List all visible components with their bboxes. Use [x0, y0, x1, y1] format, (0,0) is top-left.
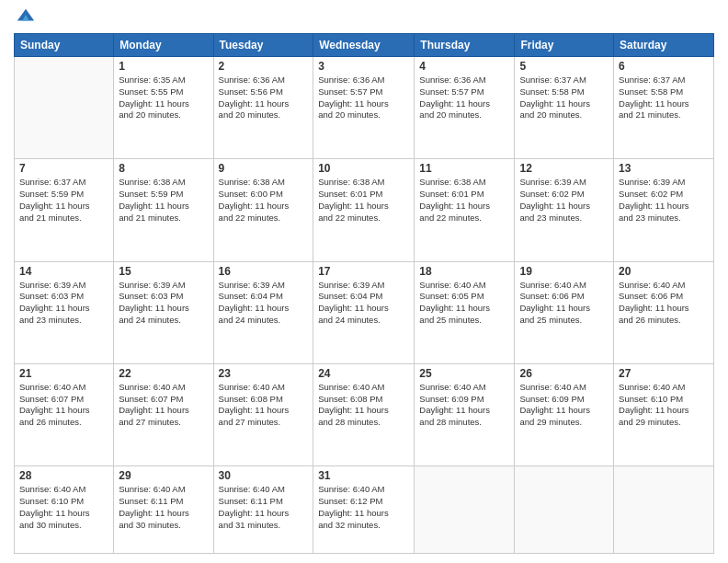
day-number: 1: [119, 60, 208, 73]
day-info: Sunrise: 6:39 AM Sunset: 6:02 PM Dayligh…: [619, 177, 709, 224]
weekday-header-monday: Monday: [114, 34, 213, 57]
calendar-cell: 3Sunrise: 6:36 AM Sunset: 5:57 PM Daylig…: [313, 57, 415, 159]
calendar-cell: 8Sunrise: 6:38 AM Sunset: 5:59 PM Daylig…: [114, 159, 213, 261]
calendar-cell: 16Sunrise: 6:39 AM Sunset: 6:04 PM Dayli…: [213, 261, 313, 363]
day-info: Sunrise: 6:39 AM Sunset: 6:04 PM Dayligh…: [219, 280, 309, 327]
calendar-cell: 9Sunrise: 6:38 AM Sunset: 6:00 PM Daylig…: [213, 159, 313, 261]
weekday-header-row: SundayMondayTuesdayWednesdayThursdayFrid…: [15, 34, 714, 57]
day-number: 10: [318, 162, 409, 175]
day-number: 12: [519, 162, 609, 175]
calendar-week-1: 1Sunrise: 6:35 AM Sunset: 5:55 PM Daylig…: [15, 57, 714, 159]
weekday-header-wednesday: Wednesday: [313, 34, 415, 57]
calendar-week-2: 7Sunrise: 6:37 AM Sunset: 5:59 PM Daylig…: [15, 159, 714, 261]
day-number: 29: [119, 469, 208, 482]
day-info: Sunrise: 6:39 AM Sunset: 6:02 PM Dayligh…: [519, 177, 609, 224]
logo: [14, 9, 36, 26]
calendar-cell: 15Sunrise: 6:39 AM Sunset: 6:03 PM Dayli…: [114, 261, 213, 363]
logo-icon: [16, 6, 36, 26]
day-info: Sunrise: 6:40 AM Sunset: 6:11 PM Dayligh…: [219, 484, 309, 531]
day-number: 30: [219, 469, 309, 482]
calendar-table: SundayMondayTuesdayWednesdayThursdayFrid…: [14, 33, 714, 554]
calendar-week-4: 21Sunrise: 6:40 AM Sunset: 6:07 PM Dayli…: [15, 363, 714, 465]
day-info: Sunrise: 6:40 AM Sunset: 6:07 PM Dayligh…: [119, 382, 208, 429]
day-number: 6: [619, 60, 709, 73]
day-info: Sunrise: 6:36 AM Sunset: 5:57 PM Dayligh…: [419, 75, 509, 121]
day-info: Sunrise: 6:40 AM Sunset: 6:06 PM Dayligh…: [519, 280, 609, 327]
day-info: Sunrise: 6:40 AM Sunset: 6:08 PM Dayligh…: [219, 382, 309, 429]
calendar-cell: [515, 466, 614, 554]
day-number: 8: [119, 162, 208, 175]
day-info: Sunrise: 6:40 AM Sunset: 6:09 PM Dayligh…: [419, 382, 509, 429]
day-info: Sunrise: 6:37 AM Sunset: 5:58 PM Dayligh…: [519, 75, 609, 121]
calendar-week-5: 28Sunrise: 6:40 AM Sunset: 6:10 PM Dayli…: [15, 466, 714, 554]
calendar-cell: 27Sunrise: 6:40 AM Sunset: 6:10 PM Dayli…: [614, 363, 714, 465]
day-number: 7: [19, 162, 108, 175]
day-number: 31: [318, 469, 409, 482]
day-info: Sunrise: 6:40 AM Sunset: 6:08 PM Dayligh…: [318, 382, 409, 429]
day-info: Sunrise: 6:36 AM Sunset: 5:56 PM Dayligh…: [219, 75, 309, 121]
day-info: Sunrise: 6:40 AM Sunset: 6:05 PM Dayligh…: [419, 280, 509, 327]
calendar-cell: 17Sunrise: 6:39 AM Sunset: 6:04 PM Dayli…: [313, 261, 415, 363]
calendar-cell: [614, 466, 714, 554]
day-info: Sunrise: 6:38 AM Sunset: 6:00 PM Dayligh…: [219, 177, 309, 224]
calendar-cell: 2Sunrise: 6:36 AM Sunset: 5:56 PM Daylig…: [213, 57, 313, 159]
day-number: 5: [519, 60, 609, 73]
calendar-cell: 28Sunrise: 6:40 AM Sunset: 6:10 PM Dayli…: [15, 466, 114, 554]
day-number: 2: [219, 60, 309, 73]
day-info: Sunrise: 6:37 AM Sunset: 5:58 PM Dayligh…: [619, 75, 709, 121]
day-number: 26: [519, 367, 609, 380]
weekday-header-thursday: Thursday: [415, 34, 515, 57]
calendar-cell: 20Sunrise: 6:40 AM Sunset: 6:06 PM Dayli…: [614, 261, 714, 363]
calendar-cell: 14Sunrise: 6:39 AM Sunset: 6:03 PM Dayli…: [15, 261, 114, 363]
day-info: Sunrise: 6:40 AM Sunset: 6:10 PM Dayligh…: [619, 382, 709, 429]
day-info: Sunrise: 6:40 AM Sunset: 6:09 PM Dayligh…: [519, 382, 609, 429]
calendar-cell: 18Sunrise: 6:40 AM Sunset: 6:05 PM Dayli…: [415, 261, 515, 363]
calendar-cell: 29Sunrise: 6:40 AM Sunset: 6:11 PM Dayli…: [114, 466, 213, 554]
weekday-header-sunday: Sunday: [15, 34, 114, 57]
weekday-header-tuesday: Tuesday: [213, 34, 313, 57]
calendar-cell: 7Sunrise: 6:37 AM Sunset: 5:59 PM Daylig…: [15, 159, 114, 261]
calendar-cell: 21Sunrise: 6:40 AM Sunset: 6:07 PM Dayli…: [15, 363, 114, 465]
day-number: 20: [619, 265, 709, 278]
day-number: 16: [219, 265, 309, 278]
calendar-cell: 6Sunrise: 6:37 AM Sunset: 5:58 PM Daylig…: [614, 57, 714, 159]
calendar-cell: 4Sunrise: 6:36 AM Sunset: 5:57 PM Daylig…: [415, 57, 515, 159]
day-number: 22: [119, 367, 208, 380]
header: [14, 9, 714, 26]
calendar-cell: 1Sunrise: 6:35 AM Sunset: 5:55 PM Daylig…: [114, 57, 213, 159]
calendar-cell: [15, 57, 114, 159]
calendar-cell: 11Sunrise: 6:38 AM Sunset: 6:01 PM Dayli…: [415, 159, 515, 261]
day-number: 11: [419, 162, 509, 175]
day-number: 13: [619, 162, 709, 175]
day-info: Sunrise: 6:40 AM Sunset: 6:12 PM Dayligh…: [318, 484, 409, 531]
day-number: 14: [19, 265, 108, 278]
day-number: 18: [419, 265, 509, 278]
calendar-cell: 25Sunrise: 6:40 AM Sunset: 6:09 PM Dayli…: [415, 363, 515, 465]
day-info: Sunrise: 6:40 AM Sunset: 6:11 PM Dayligh…: [119, 484, 208, 531]
day-info: Sunrise: 6:37 AM Sunset: 5:59 PM Dayligh…: [19, 177, 108, 224]
day-info: Sunrise: 6:39 AM Sunset: 6:03 PM Dayligh…: [119, 280, 208, 327]
day-info: Sunrise: 6:39 AM Sunset: 6:03 PM Dayligh…: [19, 280, 108, 327]
day-number: 21: [19, 367, 108, 380]
calendar-cell: 5Sunrise: 6:37 AM Sunset: 5:58 PM Daylig…: [515, 57, 614, 159]
day-info: Sunrise: 6:39 AM Sunset: 6:04 PM Dayligh…: [318, 280, 409, 327]
day-number: 9: [219, 162, 309, 175]
page: SundayMondayTuesdayWednesdayThursdayFrid…: [0, 0, 728, 563]
day-number: 24: [318, 367, 409, 380]
day-number: 17: [318, 265, 409, 278]
day-info: Sunrise: 6:36 AM Sunset: 5:57 PM Dayligh…: [318, 75, 409, 121]
calendar-cell: 24Sunrise: 6:40 AM Sunset: 6:08 PM Dayli…: [313, 363, 415, 465]
day-number: 19: [519, 265, 609, 278]
day-info: Sunrise: 6:40 AM Sunset: 6:10 PM Dayligh…: [19, 484, 108, 531]
calendar-week-3: 14Sunrise: 6:39 AM Sunset: 6:03 PM Dayli…: [15, 261, 714, 363]
calendar-cell: 12Sunrise: 6:39 AM Sunset: 6:02 PM Dayli…: [515, 159, 614, 261]
day-number: 23: [219, 367, 309, 380]
calendar-cell: 23Sunrise: 6:40 AM Sunset: 6:08 PM Dayli…: [213, 363, 313, 465]
calendar-cell: 19Sunrise: 6:40 AM Sunset: 6:06 PM Dayli…: [515, 261, 614, 363]
day-number: 27: [619, 367, 709, 380]
calendar-cell: 30Sunrise: 6:40 AM Sunset: 6:11 PM Dayli…: [213, 466, 313, 554]
calendar-cell: 13Sunrise: 6:39 AM Sunset: 6:02 PM Dayli…: [614, 159, 714, 261]
weekday-header-saturday: Saturday: [614, 34, 714, 57]
calendar-cell: 22Sunrise: 6:40 AM Sunset: 6:07 PM Dayli…: [114, 363, 213, 465]
day-info: Sunrise: 6:38 AM Sunset: 5:59 PM Dayligh…: [119, 177, 208, 224]
